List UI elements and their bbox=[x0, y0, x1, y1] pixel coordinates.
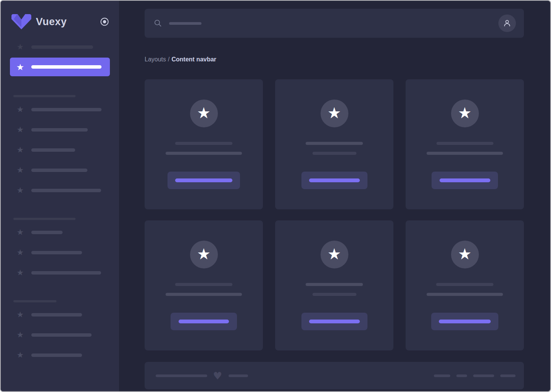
star-icon: ★ bbox=[16, 105, 25, 114]
sidebar-item[interactable]: ★ bbox=[10, 185, 110, 195]
sidebar-item[interactable]: ★ bbox=[10, 350, 110, 360]
sidebar-item-label-skeleton bbox=[31, 231, 63, 234]
sidebar-item-label-skeleton bbox=[31, 271, 101, 275]
card-title-skeleton bbox=[306, 283, 363, 286]
star-icon: ★ bbox=[16, 145, 25, 154]
sidebar-item-label-skeleton bbox=[31, 128, 88, 132]
breadcrumb-current-page: Content navbar bbox=[172, 56, 216, 63]
brand-title: Vuexy bbox=[36, 16, 67, 28]
star-icon: ★ bbox=[16, 125, 25, 134]
button-label-skeleton bbox=[440, 178, 490, 182]
footer-link-skeleton bbox=[434, 374, 450, 377]
sidebar-item-label-skeleton bbox=[31, 333, 92, 337]
card-text-skeleton bbox=[166, 152, 242, 155]
star-icon: ★ bbox=[458, 246, 472, 262]
star-icon: ★ bbox=[16, 330, 25, 339]
breadcrumb-separator: / bbox=[168, 56, 169, 63]
card-avatar-circle: ★ bbox=[190, 100, 218, 127]
button-label-skeleton bbox=[179, 320, 229, 323]
card-text-skeleton bbox=[313, 293, 356, 296]
feature-card: ★ bbox=[406, 79, 524, 209]
button-label-skeleton bbox=[175, 178, 232, 182]
card-title-skeleton bbox=[175, 142, 232, 145]
card-text-skeleton bbox=[427, 293, 503, 296]
sidebar-item-label-skeleton bbox=[31, 169, 87, 172]
feature-card: ★ bbox=[275, 220, 393, 350]
star-icon: ★ bbox=[16, 63, 25, 72]
star-icon: ★ bbox=[16, 350, 25, 360]
star-icon: ★ bbox=[16, 248, 25, 257]
footer-link-skeleton bbox=[473, 374, 494, 377]
sidebar-item[interactable]: ★ bbox=[10, 145, 110, 155]
sidebar-item[interactable]: ★ bbox=[10, 104, 110, 114]
sidebar-item[interactable]: ★ bbox=[10, 58, 110, 76]
sidebar-item-label-skeleton bbox=[31, 108, 102, 111]
sidebar-item[interactable]: ★ bbox=[10, 310, 110, 320]
sidebar-item[interactable]: ★ bbox=[10, 125, 110, 135]
sidebar-header: Vuexy bbox=[1, 1, 119, 30]
top-navbar bbox=[145, 9, 524, 38]
vuexy-logo-icon bbox=[11, 14, 31, 29]
sidebar-nav: ★★★★★★★★★★★★★ bbox=[1, 30, 119, 370]
footer-card: ♥ bbox=[145, 362, 524, 389]
star-icon: ★ bbox=[16, 268, 25, 277]
star-icon: ★ bbox=[458, 105, 472, 120]
footer-link-skeleton bbox=[456, 374, 467, 377]
user-avatar[interactable] bbox=[498, 14, 516, 32]
sidebar-section: ★★ bbox=[1, 42, 119, 76]
sidebar-item[interactable]: ★ bbox=[10, 165, 110, 175]
card-title-skeleton bbox=[436, 283, 493, 286]
person-icon bbox=[502, 18, 512, 28]
sidebar-item-label-skeleton bbox=[31, 45, 93, 49]
star-icon: ★ bbox=[16, 228, 25, 237]
card-action-button[interactable] bbox=[171, 313, 237, 330]
card-action-button[interactable] bbox=[431, 313, 498, 330]
search-input[interactable] bbox=[153, 19, 498, 28]
card-text-skeleton bbox=[313, 152, 356, 155]
sidebar-item[interactable]: ★ bbox=[10, 247, 110, 257]
star-icon: ★ bbox=[16, 165, 25, 175]
search-icon bbox=[153, 19, 163, 28]
card-action-button[interactable] bbox=[301, 313, 367, 330]
card-avatar-circle: ★ bbox=[451, 100, 479, 127]
star-icon: ★ bbox=[327, 246, 341, 262]
card-text-skeleton bbox=[427, 152, 503, 155]
card-avatar-circle: ★ bbox=[190, 241, 218, 268]
star-icon: ★ bbox=[327, 105, 341, 120]
sidebar-item[interactable]: ★ bbox=[10, 330, 110, 340]
card-action-button[interactable] bbox=[432, 172, 498, 189]
card-text-skeleton bbox=[166, 293, 242, 296]
footer-text-skeleton bbox=[156, 374, 207, 377]
sidebar: Vuexy ★★★★★★★★★★★★★ bbox=[1, 1, 119, 391]
sidebar-item[interactable]: ★ bbox=[10, 227, 110, 237]
breadcrumb-parent-link[interactable]: Layouts bbox=[145, 56, 166, 63]
star-icon: ★ bbox=[197, 105, 211, 120]
sidebar-section: ★★★★★ bbox=[1, 76, 119, 206]
heart-icon: ♥ bbox=[213, 371, 222, 381]
feature-card: ★ bbox=[145, 79, 263, 209]
menu-collapse-toggle-icon[interactable] bbox=[100, 17, 109, 26]
breadcrumb: Layouts/Content navbar bbox=[145, 56, 524, 63]
sidebar-item-label-skeleton bbox=[31, 353, 82, 357]
card-title-skeleton bbox=[306, 142, 363, 145]
button-label-skeleton bbox=[309, 320, 360, 323]
app-window: Vuexy ★★★★★★★★★★★★★ bbox=[0, 0, 551, 392]
feature-card: ★ bbox=[145, 220, 263, 350]
card-action-button[interactable] bbox=[301, 172, 367, 189]
card-avatar-circle: ★ bbox=[321, 241, 348, 268]
sidebar-item-label-skeleton bbox=[31, 251, 82, 254]
sidebar-item[interactable]: ★ bbox=[10, 42, 110, 52]
button-label-skeleton bbox=[309, 178, 360, 182]
button-label-skeleton bbox=[439, 320, 491, 323]
cards-grid: ★★★★★★ bbox=[145, 79, 524, 350]
card-title-skeleton bbox=[437, 142, 493, 145]
star-icon: ★ bbox=[16, 186, 25, 195]
card-action-button[interactable] bbox=[168, 172, 240, 189]
sidebar-section: ★★★ bbox=[1, 288, 119, 370]
feature-card: ★ bbox=[406, 220, 524, 350]
star-icon: ★ bbox=[16, 42, 25, 51]
sidebar-item-label-skeleton bbox=[31, 189, 101, 192]
sidebar-item[interactable]: ★ bbox=[10, 268, 110, 278]
sidebar-section: ★★★ bbox=[1, 206, 119, 288]
star-icon: ★ bbox=[197, 246, 211, 262]
